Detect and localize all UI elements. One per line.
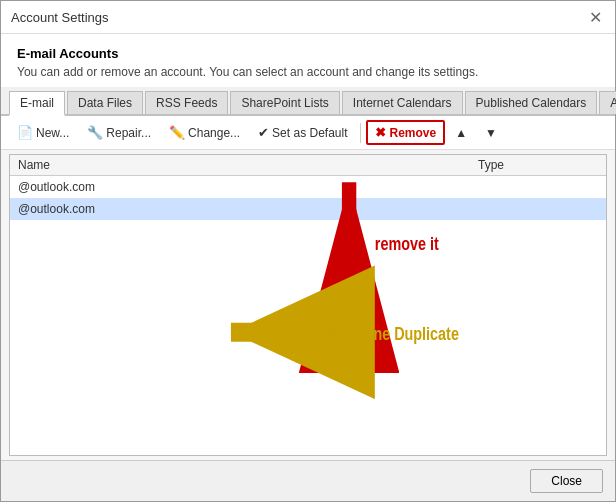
tab-address-books[interactable]: Address Books <box>599 91 616 114</box>
section-description: You can add or remove an account. You ca… <box>17 65 599 79</box>
remove-button[interactable]: ✖ Remove <box>366 120 445 145</box>
remove-label: Remove <box>389 126 436 140</box>
set-default-button[interactable]: ✔ Set as Default <box>250 121 355 144</box>
tab-published-calendars[interactable]: Published Calendars <box>465 91 598 114</box>
accounts-list: Name Type @outlook.com @outlook.com <box>9 154 607 456</box>
dialog-title: Account Settings <box>11 10 109 25</box>
toolbar-separator <box>360 123 361 143</box>
col-name-header: Name <box>18 158 478 172</box>
move-up-button[interactable]: ▲ <box>447 122 475 144</box>
new-button[interactable]: 📄 New... <box>9 121 77 144</box>
change-icon: ✏️ <box>169 125 185 140</box>
tabs-bar: E-mail Data Files RSS Feeds SharePoint L… <box>1 87 615 116</box>
repair-icon: 🔧 <box>87 125 103 140</box>
tab-data-files[interactable]: Data Files <box>67 91 143 114</box>
account-settings-dialog: Account Settings ✕ E-mail Accounts You c… <box>0 0 616 502</box>
close-icon[interactable]: ✕ <box>585 7 605 27</box>
change-label: Change... <box>188 126 240 140</box>
repair-label: Repair... <box>106 126 151 140</box>
title-bar: Account Settings ✕ <box>1 1 615 34</box>
toolbar: 📄 New... 🔧 Repair... ✏️ Change... ✔ Set … <box>1 116 615 150</box>
remove-icon: ✖ <box>375 125 386 140</box>
close-button[interactable]: Close <box>530 469 603 493</box>
up-icon: ▲ <box>455 126 467 140</box>
checkmark-icon: ✔ <box>258 125 269 140</box>
tab-sharepoint-lists[interactable]: SharePoint Lists <box>230 91 339 114</box>
default-label: Set as Default <box>272 126 347 140</box>
section-heading: E-mail Accounts <box>17 46 599 61</box>
svg-text:Select one Duplicate: Select one Duplicate <box>318 324 459 345</box>
account-name-2: @outlook.com <box>18 202 478 216</box>
table-row[interactable]: @outlook.com <box>10 176 606 198</box>
dialog-header: E-mail Accounts You can add or remove an… <box>1 34 615 87</box>
table-row[interactable]: @outlook.com <box>10 198 606 220</box>
tab-email[interactable]: E-mail <box>9 91 65 116</box>
repair-button[interactable]: 🔧 Repair... <box>79 121 159 144</box>
down-icon: ▼ <box>485 126 497 140</box>
account-name-1: @outlook.com <box>18 180 478 194</box>
table-header: Name Type <box>10 155 606 176</box>
tab-internet-calendars[interactable]: Internet Calendars <box>342 91 463 114</box>
tab-rss-feeds[interactable]: RSS Feeds <box>145 91 228 114</box>
account-type-1 <box>478 180 598 194</box>
dialog-footer: Close <box>1 460 615 501</box>
new-icon: 📄 <box>17 125 33 140</box>
account-type-2 <box>478 202 598 216</box>
move-down-button[interactable]: ▼ <box>477 122 505 144</box>
change-button[interactable]: ✏️ Change... <box>161 121 248 144</box>
col-type-header: Type <box>478 158 598 172</box>
new-label: New... <box>36 126 69 140</box>
svg-text:remove it: remove it <box>375 234 439 255</box>
